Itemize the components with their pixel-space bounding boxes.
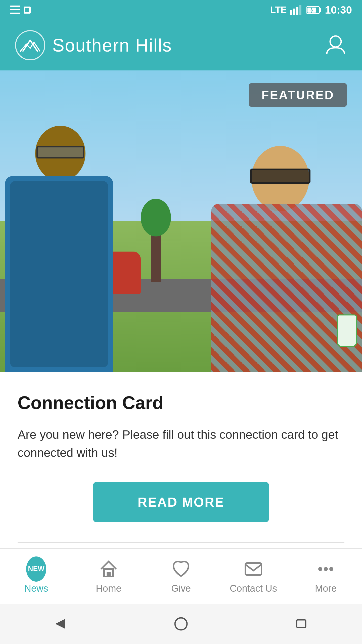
tree-1 bbox=[151, 231, 161, 282]
contact-us-icon bbox=[243, 559, 263, 579]
person-right bbox=[201, 146, 362, 372]
nav-label-give: Give bbox=[171, 583, 191, 594]
home-icon bbox=[99, 559, 119, 579]
status-bar-left bbox=[10, 6, 32, 15]
svg-rect-0 bbox=[10, 6, 20, 7]
svg-marker-19 bbox=[55, 619, 65, 629]
svg-point-12 bbox=[330, 36, 341, 47]
nav-item-more[interactable]: More bbox=[290, 559, 362, 594]
svg-rect-6 bbox=[293, 9, 295, 15]
notification-icon bbox=[23, 6, 32, 15]
nav-item-contact-us[interactable]: Contact Us bbox=[217, 559, 290, 594]
news-badge-text: NEW bbox=[28, 565, 44, 573]
nav-item-news[interactable]: NEW News bbox=[0, 559, 72, 594]
featured-badge: FEATURED bbox=[249, 83, 347, 107]
app-title: Southern Hills bbox=[52, 35, 172, 56]
tree-1-top bbox=[141, 199, 171, 236]
read-more-button[interactable]: READ MORE bbox=[93, 482, 269, 522]
nav-label-home: Home bbox=[96, 583, 121, 594]
news-badge: NEW bbox=[26, 556, 46, 582]
more-icon bbox=[316, 559, 336, 579]
user-icon bbox=[324, 34, 347, 57]
svg-rect-5 bbox=[290, 10, 292, 15]
nav-item-give[interactable]: Give bbox=[145, 559, 217, 594]
logo-circle bbox=[15, 30, 45, 60]
featured-image-area[interactable]: FEATURED bbox=[0, 70, 362, 372]
lte-label: LTE bbox=[270, 5, 287, 15]
svg-rect-1 bbox=[10, 9, 20, 10]
svg-rect-21 bbox=[297, 620, 306, 627]
battery-icon bbox=[306, 6, 322, 15]
svg-point-20 bbox=[175, 618, 187, 630]
android-home-button[interactable] bbox=[171, 614, 191, 634]
give-icon bbox=[171, 559, 191, 579]
nav-label-contact-us: Contact Us bbox=[230, 583, 277, 594]
svg-rect-7 bbox=[296, 7, 298, 15]
user-profile-button[interactable] bbox=[324, 34, 347, 57]
menu-icon bbox=[10, 6, 20, 15]
nav-label-news: News bbox=[24, 583, 48, 594]
svg-rect-15 bbox=[245, 563, 261, 575]
card-description: Are you new here? Please fill out this c… bbox=[18, 426, 344, 462]
svg-point-16 bbox=[318, 567, 322, 571]
card-title: Connection Card bbox=[18, 392, 344, 413]
logo-container: Southern Hills bbox=[15, 30, 172, 60]
signal-icon bbox=[290, 5, 303, 15]
svg-point-17 bbox=[324, 567, 328, 571]
news-icon-container: NEW bbox=[26, 559, 46, 579]
status-icons bbox=[10, 6, 32, 15]
content-card: Connection Card Are you new here? Please… bbox=[0, 372, 362, 558]
svg-rect-14 bbox=[107, 572, 111, 577]
android-nav-bar bbox=[0, 604, 362, 644]
person-left bbox=[0, 126, 128, 372]
svg-rect-4 bbox=[25, 8, 29, 12]
time-display: 10:30 bbox=[325, 4, 352, 16]
mountain-logo-icon bbox=[20, 38, 40, 53]
bottom-navigation: NEW News Home Give bbox=[0, 548, 362, 604]
android-recent-button[interactable] bbox=[292, 614, 312, 634]
nav-label-more: More bbox=[315, 583, 337, 594]
svg-rect-10 bbox=[320, 8, 321, 12]
status-bar-right: LTE 10:30 bbox=[270, 4, 352, 16]
svg-rect-2 bbox=[10, 13, 20, 14]
content-divider bbox=[18, 542, 344, 543]
status-bar: LTE 10:30 bbox=[0, 0, 362, 20]
app-header: Southern Hills bbox=[0, 20, 362, 70]
svg-rect-8 bbox=[299, 5, 301, 15]
nav-item-home[interactable]: Home bbox=[72, 559, 145, 594]
android-back-button[interactable] bbox=[50, 614, 70, 634]
svg-point-18 bbox=[329, 567, 333, 571]
